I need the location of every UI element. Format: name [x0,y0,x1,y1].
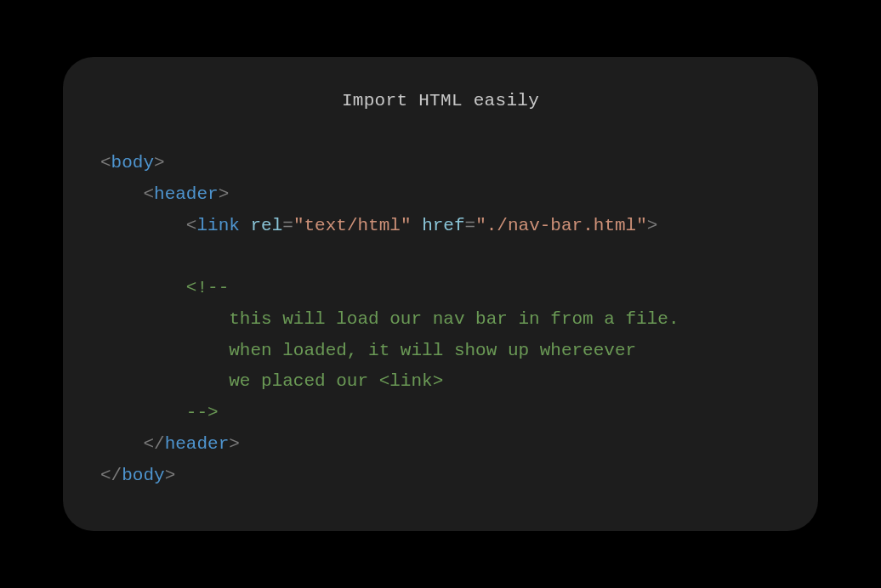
indent [100,184,143,204]
string-href: "./nav-bar.html" [475,216,647,235]
code-line-10: </header> [100,434,240,454]
code-line-11: </body> [100,466,175,485]
code-line-1: <body> [100,153,165,172]
punct-lt: </ [143,434,164,454]
code-block: <body> <header> <link rel="text/html" hr… [100,148,781,491]
comment-open: <!-- [186,278,229,297]
tag-body: body [111,153,154,172]
code-line-6: this will load our nav bar in from a fil… [100,309,679,329]
indent [100,403,186,422]
punct-gt: > [647,216,658,235]
tag-header: header [154,184,219,204]
attr-href: href [422,216,464,235]
punct-lt: < [186,216,197,235]
punct-gt: > [229,434,240,454]
indent [100,278,186,297]
tag-header-close: header [165,434,230,454]
punct-eq: = [465,216,476,235]
indent [100,434,143,454]
punct-gt: > [154,153,165,172]
card-title: Import HTML easily [100,91,781,110]
indent [100,371,229,391]
tag-link: link [196,216,239,235]
code-line-8: we placed our <link> [100,371,443,391]
string-rel: "text/html" [293,216,412,235]
space [240,216,251,235]
code-line-7: when loaded, it will show up whereever [100,341,636,360]
indent [100,341,229,360]
punct-eq: = [282,216,293,235]
attr-rel: rel [250,216,282,235]
code-line-9: --> [100,403,219,422]
comment-text: when loaded, it will show up whereever [229,341,636,360]
punct-lt: < [143,184,154,204]
code-card: Import HTML easily <body> <header> <link… [63,57,818,531]
comment-close: --> [186,403,219,422]
space [412,216,423,235]
code-line-3: <link rel="text/html" href="./nav-bar.ht… [100,216,657,235]
comment-text: we placed our <link> [229,371,443,391]
punct-gt: > [165,466,176,485]
code-line-5: <!-- [100,278,229,297]
punct-lt: </ [100,466,122,485]
code-line-2: <header> [100,184,229,204]
punct-lt: < [100,153,111,172]
punct-gt: > [219,184,230,204]
indent [100,309,229,329]
indent [100,216,186,235]
tag-body-close: body [122,466,164,485]
comment-text: this will load our nav bar in from a fil… [229,309,679,329]
